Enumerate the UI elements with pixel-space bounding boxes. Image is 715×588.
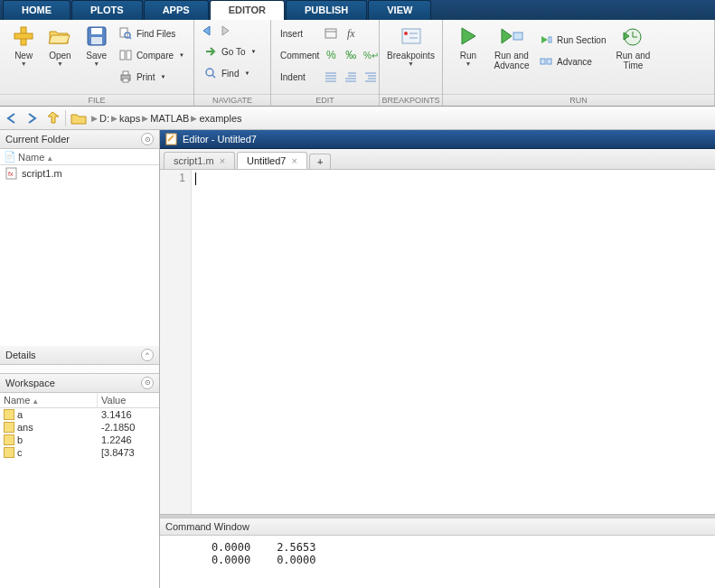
svg-rect-30 <box>166 134 176 145</box>
indent-right-icon[interactable] <box>343 69 359 85</box>
svg-rect-11 <box>123 71 128 75</box>
breadcrumb[interactable]: ▶D: ▶kaps ▶MATLAB ▶examples <box>89 113 242 124</box>
run-button[interactable]: Run ▼ <box>448 22 488 67</box>
goto-icon <box>203 44 218 59</box>
run-time-icon <box>620 23 645 49</box>
dropdown-icon: ▼ <box>251 49 257 54</box>
nav-up-icon[interactable] <box>43 109 61 127</box>
code-area[interactable] <box>192 170 715 514</box>
workspace-variable[interactable]: a3.1416 <box>0 408 159 421</box>
file-item[interactable]: fx script1.m <box>0 165 159 182</box>
svg-rect-23 <box>541 59 545 64</box>
tab-publish[interactable]: PUBLISH <box>286 0 367 20</box>
editor-body[interactable]: 1 <box>160 170 715 515</box>
editor-tab[interactable]: Untitled7× <box>237 152 307 169</box>
workspace-header[interactable]: Name▲ Value <box>0 393 159 408</box>
svg-rect-1 <box>14 33 33 39</box>
svg-rect-15 <box>325 29 336 38</box>
insert-blank-icon[interactable] <box>362 25 379 42</box>
tab-home[interactable]: HOME <box>3 0 71 20</box>
comment-button[interactable]: Comment <box>277 46 323 64</box>
minimize-icon[interactable]: ⊙ <box>141 377 154 389</box>
run-icon <box>456 23 481 49</box>
group-label-run: RUN <box>443 94 714 106</box>
dropdown-icon: ▼ <box>160 74 165 79</box>
svg-text:fx: fx <box>8 171 14 177</box>
workspace-variable[interactable]: b1.2246 <box>0 434 159 446</box>
workspace-variable[interactable]: c[3.8473 <box>0 446 159 459</box>
indent-smart-icon[interactable] <box>362 69 379 85</box>
close-icon[interactable]: × <box>291 155 296 166</box>
insert-button[interactable]: Insert <box>277 24 323 42</box>
compare-button[interactable]: Compare ▼ <box>115 46 188 64</box>
dropdown-icon: ▼ <box>57 61 63 67</box>
svg-rect-9 <box>127 51 131 60</box>
folder-open-icon <box>47 23 72 49</box>
current-folder-header[interactable]: 📄 Name▲ <box>0 149 159 165</box>
run-time-button[interactable]: Run and Time <box>609 22 656 70</box>
nav-forward-icon[interactable] <box>24 109 42 127</box>
group-label-edit: EDIT <box>271 94 379 106</box>
current-folder-list[interactable]: fx script1.m <box>0 165 159 346</box>
breakpoints-button[interactable]: Breakpoints ▼ <box>385 22 437 67</box>
variable-icon <box>4 422 14 433</box>
print-button[interactable]: Print ▼ <box>115 68 188 86</box>
tab-apps[interactable]: APPS <box>144 0 209 20</box>
variable-icon <box>4 409 14 420</box>
insert-section-icon[interactable] <box>323 25 339 42</box>
dropdown-icon: ▼ <box>21 61 27 67</box>
group-label-breakpoints: BREAKPOINTS <box>380 94 442 106</box>
comment-remove-icon[interactable]: ‰ <box>343 47 359 63</box>
run-advance-button[interactable]: Run and Advance <box>488 22 535 70</box>
sort-asc-icon: ▲ <box>32 397 39 406</box>
tab-plots[interactable]: PLOTS <box>71 0 143 20</box>
open-button[interactable]: Open ▼ <box>42 22 78 67</box>
tab-view[interactable]: VIEW <box>368 0 431 20</box>
tab-editor[interactable]: EDITOR <box>210 0 285 20</box>
find-button[interactable]: Find ▼ <box>200 64 253 82</box>
find-files-button[interactable]: Find Files <box>115 24 188 42</box>
editor-add-tab[interactable]: + <box>309 154 331 169</box>
variable-icon <box>4 447 14 458</box>
breakpoints-icon <box>399 23 424 49</box>
run-section-button[interactable]: Run Section <box>535 31 609 49</box>
forward-icon[interactable] <box>218 23 234 39</box>
nav-back-icon[interactable] <box>4 109 22 127</box>
comment-add-icon[interactable]: % <box>323 47 339 63</box>
goto-button[interactable]: Go To ▼ <box>200 42 259 61</box>
comment-wrap-icon[interactable]: %↵ <box>362 47 379 63</box>
editor-tab[interactable]: script1.m× <box>164 152 235 169</box>
main-area: Current Folder ⊙ 📄 Name▲ fx script1.m De… <box>0 130 715 588</box>
workspace-variable[interactable]: ans-2.1850 <box>0 421 159 434</box>
plus-icon <box>11 23 36 49</box>
dropdown-icon: ▼ <box>244 70 249 76</box>
svg-rect-21 <box>513 33 522 40</box>
save-button[interactable]: Save ▼ <box>79 22 115 67</box>
folder-icon[interactable] <box>70 109 88 127</box>
group-label-navigate: NAVIGATE <box>194 94 270 106</box>
back-icon[interactable] <box>200 23 216 39</box>
insert-fx-icon[interactable]: fx <box>343 25 359 42</box>
minimize-icon[interactable]: ⊙ <box>141 133 154 145</box>
current-folder-title: Current Folder ⊙ <box>0 130 159 149</box>
svg-point-13 <box>206 69 213 76</box>
command-window-output[interactable]: 0.0000 2.5653 0.0000 0.0000 <box>160 536 715 588</box>
command-window-title: Command Window <box>160 518 715 536</box>
dropdown-icon: ▼ <box>93 61 99 67</box>
new-button[interactable]: New ▼ <box>5 22 42 67</box>
compare-icon <box>118 48 133 62</box>
indent-left-icon[interactable] <box>323 69 339 85</box>
advance-button[interactable]: Advance <box>535 52 609 70</box>
close-icon[interactable]: × <box>220 155 225 166</box>
save-icon <box>84 23 109 49</box>
expand-icon[interactable]: ^ <box>141 349 154 361</box>
ribbon-tabstrip: HOME PLOTS APPS EDITOR PUBLISH VIEW <box>0 0 715 20</box>
editor-tabstrip: script1.m× Untitled7× + <box>160 149 715 170</box>
workspace-list[interactable]: a3.1416 ans-2.1850 b1.2246 c[3.8473 <box>0 408 159 589</box>
svg-rect-3 <box>91 28 102 34</box>
indent-button[interactable]: Indent <box>277 68 323 86</box>
text-cursor <box>195 173 196 185</box>
run-section-icon <box>539 33 553 47</box>
run-advance-icon <box>499 23 524 49</box>
editor-icon <box>165 133 178 145</box>
